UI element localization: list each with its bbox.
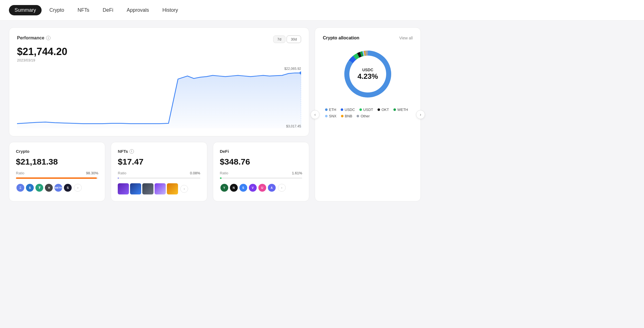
- donut-center: USDC 4.23%: [357, 68, 378, 81]
- crypto-ratio-pct: 98.30%: [86, 171, 98, 175]
- legend-label-other: Other: [361, 114, 370, 118]
- alloc-title: Crypto allocation: [323, 35, 359, 41]
- defi-amount: $348.76: [220, 157, 302, 167]
- nft-thumb-4: [155, 183, 166, 194]
- legend-label-usdt: USDT: [363, 108, 373, 112]
- crypto-amount: $21,181.38: [16, 157, 98, 167]
- legend-snx: SNX: [325, 114, 337, 118]
- nfts-more-arrow[interactable]: ›: [180, 185, 188, 193]
- legend-bnb: BNB: [341, 114, 352, 118]
- legend-usdt: USDT: [359, 108, 373, 112]
- legend-label-usdc: USDC: [345, 108, 355, 112]
- crypto-token-icons: Ξ $ ₮ ✕ WETH S ›: [16, 183, 98, 192]
- defi-ratio-row: Ratio 1.61%: [220, 171, 302, 175]
- perf-date: 2023/03/19: [17, 58, 301, 62]
- nav-item-crypto[interactable]: Crypto: [44, 5, 70, 15]
- crypto-ratio-bar-bg: [16, 177, 98, 179]
- time-btn-7d[interactable]: 7d: [273, 35, 285, 43]
- defi-card: DeFi $348.76 Ratio 1.61% Y N S V U A ›: [213, 142, 309, 201]
- allocation-legend: ETH USDC USDT OKT WETH SNX: [323, 108, 413, 118]
- legend-weth: WETH: [393, 108, 408, 112]
- token-snx: S: [63, 183, 72, 192]
- token-eth: Ξ: [16, 183, 25, 192]
- nav-item-approvals[interactable]: Approvals: [121, 5, 155, 15]
- legend-label-okt: OKT: [381, 108, 389, 112]
- nft-thumbnails: ›: [118, 183, 200, 194]
- defi-title-text: DeFi: [220, 149, 229, 154]
- defi-token-icons: Y N S V U A ›: [220, 183, 302, 192]
- alloc-arrow-left[interactable]: ‹: [311, 110, 319, 119]
- legend-dot-eth: [325, 108, 328, 111]
- perf-title-text: Performance: [17, 35, 44, 41]
- crypto-card: Crypto $21,181.38 Ratio 98.30% Ξ $ ₮ ✕ W…: [9, 142, 105, 201]
- crypto-more-arrow[interactable]: ›: [74, 184, 82, 192]
- defi-token-2: N: [229, 183, 238, 192]
- nav-item-defi[interactable]: DeFi: [97, 5, 119, 15]
- allocation-card: Crypto allocation View all ‹ ›: [315, 27, 421, 201]
- defi-token-4: V: [248, 183, 257, 192]
- view-all-button[interactable]: View all: [399, 36, 413, 40]
- nft-thumb-3: [142, 183, 153, 194]
- legend-label-weth: WETH: [397, 108, 408, 112]
- nft-thumb-2: [130, 183, 141, 194]
- nav-item-history[interactable]: History: [157, 5, 184, 15]
- defi-token-3: S: [239, 183, 248, 192]
- token-usdc: $: [25, 183, 34, 192]
- defi-token-6: A: [267, 183, 276, 192]
- nfts-ratio-label: Ratio: [118, 171, 126, 175]
- nfts-ratio-row: Ratio 0.08%: [118, 171, 200, 175]
- donut-chart: USDC 4.23%: [323, 46, 413, 102]
- defi-token-1: Y: [220, 183, 229, 192]
- bottom-cards: Crypto $21,181.38 Ratio 98.30% Ξ $ ₮ ✕ W…: [9, 142, 309, 201]
- legend-dot-snx: [325, 115, 328, 117]
- nfts-card-title: NFTs i: [118, 149, 200, 154]
- legend-dot-other: [357, 115, 359, 117]
- nfts-amount: $17.47: [118, 157, 200, 167]
- navigation: Summary Crypto NFTs DeFi Approvals Histo…: [0, 0, 644, 21]
- perf-title: Performance i: [17, 35, 51, 41]
- perf-header: Performance i 7d 30d: [17, 35, 301, 43]
- nav-item-summary[interactable]: Summary: [9, 5, 42, 15]
- defi-ratio-label: Ratio: [220, 171, 228, 175]
- token-weth: WETH: [54, 183, 63, 192]
- performance-card: Performance i 7d 30d $21,744.20 2023/03/…: [9, 27, 309, 136]
- time-btn-30d[interactable]: 30d: [287, 35, 301, 43]
- defi-card-title: DeFi: [220, 149, 302, 154]
- crypto-ratio-row: Ratio 98.30%: [16, 171, 98, 175]
- crypto-card-title: Crypto: [16, 149, 98, 154]
- legend-dot-weth: [393, 108, 396, 111]
- time-buttons: 7d 30d: [273, 35, 301, 43]
- nav-item-nfts[interactable]: NFTs: [72, 5, 95, 15]
- defi-token-5: U: [258, 183, 267, 192]
- legend-dot-okt: [378, 108, 380, 111]
- chart-label-max: $22,065.92: [284, 67, 301, 71]
- token-okt: ✕: [44, 183, 53, 192]
- legend-usdc: USDC: [341, 108, 355, 112]
- nfts-title-text: NFTs: [118, 149, 128, 154]
- chart-svg: [17, 67, 301, 128]
- nfts-ratio-bar-fill: [118, 177, 119, 179]
- nfts-info-icon[interactable]: i: [129, 149, 134, 154]
- defi-more-arrow[interactable]: ›: [278, 184, 286, 192]
- legend-eth: ETH: [325, 108, 336, 112]
- nfts-card: NFTs i $17.47 Ratio 0.08% ›: [111, 142, 207, 201]
- donut-center-pct: 4.23%: [357, 72, 378, 81]
- legend-dot-usdt: [359, 108, 362, 111]
- alloc-header: Crypto allocation View all: [323, 35, 413, 41]
- alloc-arrow-right[interactable]: ›: [416, 110, 425, 119]
- defi-ratio-bar-bg: [220, 177, 302, 179]
- perf-amount: $21,744.20: [17, 46, 301, 58]
- chart-label-min: $3,017.45: [286, 124, 301, 128]
- legend-okt: OKT: [378, 108, 389, 112]
- legend-label-bnb: BNB: [345, 114, 352, 118]
- defi-ratio-bar-fill: [220, 177, 222, 179]
- crypto-ratio-bar-fill: [16, 177, 97, 179]
- crypto-title-text: Crypto: [16, 149, 29, 154]
- token-usdt: ₮: [35, 183, 44, 192]
- legend-other: Other: [357, 114, 370, 118]
- legend-dot-bnb: [341, 115, 343, 117]
- legend-label-eth: ETH: [329, 108, 336, 112]
- main-content: Performance i 7d 30d $21,744.20 2023/03/…: [0, 21, 430, 208]
- crypto-ratio-label: Ratio: [16, 171, 24, 175]
- perf-info-icon[interactable]: i: [46, 36, 51, 40]
